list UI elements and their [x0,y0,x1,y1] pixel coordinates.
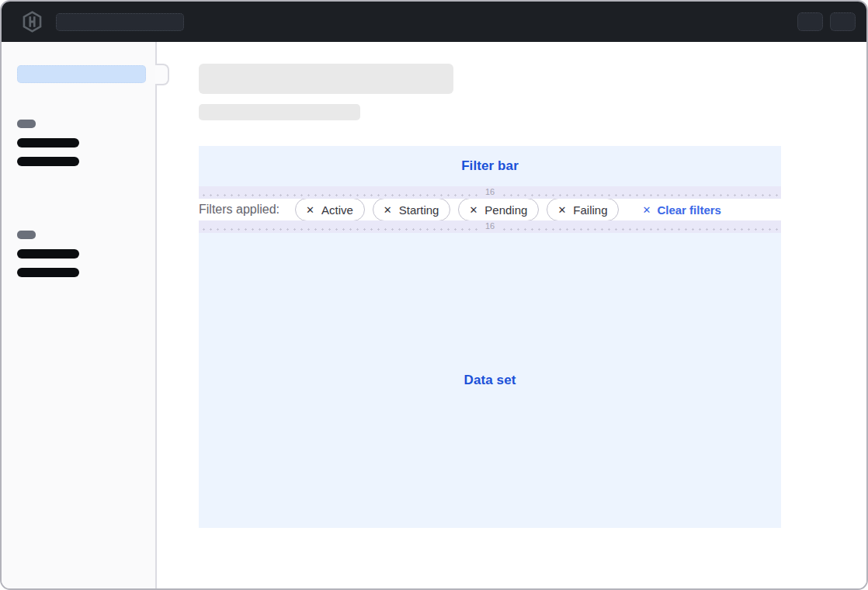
filter-tag-label: Pending [484,203,527,217]
page-subtitle-skeleton [199,104,360,120]
filter-tag-active[interactable]: ✕ Active [295,198,365,221]
filter-tag-label: Starting [399,203,439,217]
spacing-value: 16 [479,220,501,231]
filters-applied-label: Filters applied: [199,203,279,217]
filter-tag-failing[interactable]: ✕ Failing [547,198,619,221]
sidebar-nav-item-skeleton[interactable] [17,249,79,259]
topbar-action-button-skeleton[interactable] [830,12,856,31]
dismiss-icon[interactable]: ✕ [384,205,392,215]
search-input-skeleton[interactable] [56,13,184,31]
sidebar-nav-item-skeleton[interactable] [17,138,79,148]
filter-bar-region: Filter bar [199,146,781,186]
filter-tag-list: ✕ Active ✕ Starting ✕ Pending ✕ Failing [295,198,619,221]
top-nav-bar [2,2,866,42]
annotated-layout: Filter bar 16 Filters applied: ✕ Active … [199,146,781,528]
sidebar-collapse-handle[interactable] [155,64,169,85]
clear-filters-link[interactable]: ✕ Clear filters [642,203,720,217]
sidebar-nav-item-skeleton[interactable] [17,157,79,166]
data-set-annotation: Data set [464,373,516,388]
spacing-annotation-top: 16 [199,186,781,199]
dismiss-icon[interactable]: ✕ [557,205,566,215]
sidebar-active-item-skeleton[interactable] [17,65,146,83]
filters-applied-row: Filters applied: ✕ Active ✕ Starting ✕ P… [199,199,781,220]
data-set-region: Data set [199,233,781,528]
topbar-action-button-skeleton[interactable] [797,12,823,31]
spacing-value: 16 [479,186,501,197]
filter-tag-label: Failing [573,203,607,217]
dismiss-icon: ✕ [642,204,651,216]
main-content: Filter bar 16 Filters applied: ✕ Active … [157,42,866,588]
hashicorp-logo-icon [22,11,43,33]
dismiss-icon[interactable]: ✕ [306,205,314,215]
filter-tag-pending[interactable]: ✕ Pending [458,198,539,221]
dismiss-icon[interactable]: ✕ [469,205,477,215]
app-window: Filter bar 16 Filters applied: ✕ Active … [0,0,868,590]
sidebar-section-label-skeleton [17,120,36,128]
filter-tag-label: Active [321,203,353,217]
sidebar-nav-item-skeleton[interactable] [17,268,79,277]
page-title-skeleton [199,64,453,94]
filter-tag-starting[interactable]: ✕ Starting [373,198,451,221]
filter-bar-annotation: Filter bar [461,158,519,174]
spacing-annotation-bottom: 16 [199,220,781,233]
sidebar-section-label-skeleton [17,231,36,239]
sidebar [2,42,157,588]
clear-filters-label: Clear filters [657,203,721,217]
